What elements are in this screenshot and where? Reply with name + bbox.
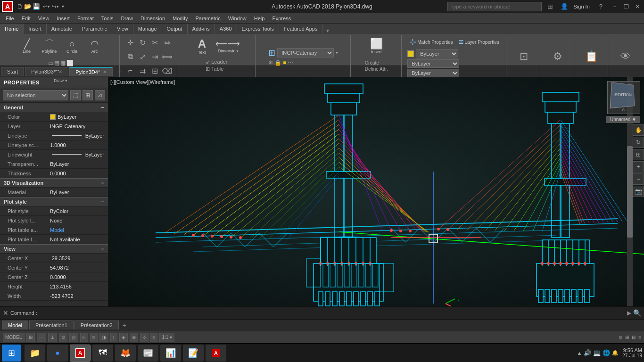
grid-toggle[interactable]: ⊞ [26, 333, 35, 342]
layer-more-icon[interactable]: ⋯ [288, 59, 293, 66]
menu-edit[interactable]: Edit [18, 13, 34, 24]
signin-icon[interactable]: 👤 [559, 3, 570, 10]
restore-button[interactable]: ❐ [621, 2, 631, 11]
tab-home[interactable]: Home [0, 24, 24, 34]
open-icon[interactable]: 📂 [24, 3, 32, 10]
rotate-icon[interactable]: ↻ [137, 38, 149, 47]
text-button[interactable]: A Text [191, 37, 213, 56]
hatch-icon[interactable]: ▤ [54, 60, 59, 66]
browser-button[interactable]: 🦊 [115, 345, 136, 362]
menu-help[interactable]: Help [250, 13, 269, 24]
osnap-toggle[interactable]: ◎ [69, 333, 78, 342]
layer-selector[interactable]: INGP-Catenary [277, 48, 334, 58]
chrome-button[interactable]: ● [47, 345, 68, 362]
help-icon[interactable]: ? [597, 3, 604, 10]
menu-format[interactable]: Format [74, 13, 98, 24]
center-x-value[interactable]: -29.3529 [50, 255, 104, 261]
redo-dropdown-icon[interactable]: ▾ [57, 4, 59, 9]
transparency-value[interactable]: ByLayer [50, 161, 104, 167]
mirror-icon[interactable]: ⇔ [162, 38, 173, 47]
cmd-search-icon[interactable]: 🔍 [633, 309, 641, 317]
tab-addins[interactable]: Add-ins [188, 24, 215, 34]
selection-dropdown[interactable]: No selection [3, 90, 68, 100]
layer-dropdown-icon[interactable]: ▾ [336, 50, 338, 55]
menu-view[interactable]: View [34, 13, 53, 24]
tab-view[interactable]: View [112, 24, 133, 34]
menu-window[interactable]: Window [224, 13, 250, 24]
apps-icon[interactable]: ⊞ [545, 3, 555, 10]
zoom-in-button[interactable]: + [633, 161, 644, 173]
undo-dropdown-icon[interactable]: ▾ [48, 4, 50, 9]
orbit-tool-button[interactable]: ↻ [633, 137, 644, 148]
arc-button[interactable]: ◠ Arc [84, 38, 106, 55]
transparency-toggle[interactable]: ◑ [99, 333, 108, 342]
polar-toggle[interactable]: ⊙ [59, 333, 67, 342]
lineweight-disp[interactable]: ≡ [150, 333, 158, 342]
plotstyle-section-header[interactable]: Plot style − [0, 197, 108, 206]
minimize-button[interactable]: − [610, 2, 619, 11]
tab-annotate[interactable]: Annotate [47, 24, 77, 34]
redo-icon[interactable]: ↪ [52, 3, 57, 10]
material-value[interactable]: ByLayer [50, 189, 104, 195]
menu-insert[interactable]: Insert [53, 13, 74, 24]
add-layout-tab-button[interactable]: + [120, 321, 129, 330]
match-properties-button[interactable]: ⊹ Match Properties [407, 36, 455, 48]
viewport[interactable]: [-][Custom View][Wireframe] [108, 77, 644, 306]
tab-featuredapps[interactable]: Featured Apps [279, 24, 323, 34]
menu-file[interactable]: File [2, 13, 18, 24]
map-button[interactable]: 🗺 [92, 345, 113, 362]
general-section-header[interactable]: General − [0, 103, 108, 112]
menu-draw[interactable]: Draw [117, 13, 137, 24]
gradient-icon[interactable]: ▦ [60, 60, 66, 66]
file-explorer-button[interactable]: 📁 [25, 345, 45, 362]
signin-text[interactable]: Sign In [572, 4, 592, 9]
create-block-icon[interactable]: Create [365, 60, 388, 66]
scale-icon[interactable]: ⤢ [137, 52, 149, 61]
plot-table-attached-value[interactable]: Model [50, 227, 104, 233]
tab-model[interactable]: Model [2, 321, 28, 329]
dimension-button[interactable]: ⟵⟶ Dimension [214, 39, 242, 54]
more-tools-icon[interactable]: ▾ [62, 4, 64, 9]
menu-dimension[interactable]: Dimension [137, 13, 169, 24]
systray-arrow[interactable]: ▲ [577, 350, 582, 356]
lineweight-prop-value[interactable]: ByLayer [50, 152, 104, 157]
lineweight-selector[interactable]: ByLayer [407, 69, 459, 77]
select-objects-button[interactable]: ⬚ [70, 90, 81, 100]
command-input[interactable] [39, 310, 627, 316]
statusbar-menu-icon[interactable]: ≡ [638, 335, 641, 340]
line-button[interactable]: ╱ Line [16, 38, 38, 55]
boundary-icon[interactable]: ⬜ [66, 60, 74, 66]
plot-style-table-value[interactable]: None [50, 218, 104, 223]
autocad-button[interactable]: A [70, 345, 91, 362]
move-icon[interactable]: ✛ [125, 38, 136, 47]
color-value[interactable]: ByLayer [50, 114, 104, 120]
polyline-button[interactable]: ⌒ Polyline [39, 38, 60, 55]
thickness-value[interactable]: 0.0000 [50, 171, 104, 176]
cmd-arrow-icon[interactable]: ▶ [627, 310, 631, 316]
select-filter-button[interactable]: ⊿ [95, 90, 105, 100]
plot-style-value[interactable]: ByColor [50, 208, 104, 214]
layer-lock-icon[interactable]: 🔒 [274, 59, 281, 66]
view-icon[interactable]: 👁 [620, 50, 631, 63]
trim-icon[interactable]: ✂ [149, 38, 161, 47]
camera-tool-button[interactable]: 📷 [633, 186, 644, 197]
snap-toggle[interactable]: ⋯ [37, 333, 46, 342]
width-value[interactable]: -523.4702 [50, 293, 104, 299]
layer-color-icon[interactable]: ■ [283, 59, 286, 66]
center-y-value[interactable]: 54.9872 [50, 265, 104, 271]
linetype-scale-value[interactable]: 1.0000 [50, 142, 104, 148]
unnamed-dropdown[interactable]: Unnamed ▼ [606, 116, 640, 123]
otrack-toggle[interactable]: ∞ [80, 333, 88, 342]
layer-properties-btn[interactable]: ≡ Layer Properties [457, 36, 501, 48]
3d-osnap-toggle[interactable]: ◈ [119, 333, 128, 342]
circle-button[interactable]: ○ Circle [61, 38, 83, 55]
selection-cycle[interactable]: ↕ [110, 333, 117, 342]
acrobat-button[interactable]: A [206, 345, 226, 362]
word-button[interactable]: 📝 [183, 345, 204, 362]
layer-prop-value[interactable]: INGP-Catenary [50, 123, 104, 129]
define-attributes-icon[interactable]: Define Attr. [365, 66, 388, 72]
tab-presentation2[interactable]: Présentation2 [74, 321, 119, 329]
erase-icon[interactable]: ⌫ [162, 66, 173, 75]
zoom-extents-button[interactable]: ⊞ [633, 149, 644, 160]
array-icon[interactable]: ⊞ [149, 66, 161, 75]
